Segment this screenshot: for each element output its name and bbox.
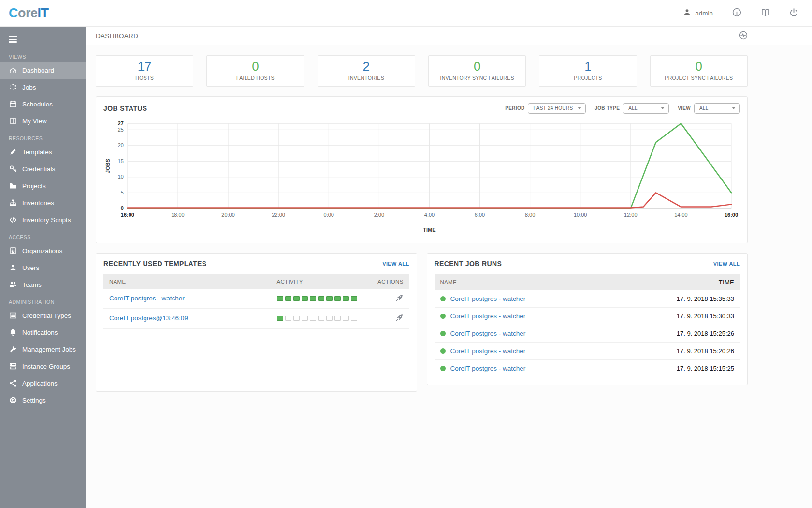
sidebar-item-users[interactable]: Users [0, 259, 86, 276]
sidebar-item-inventory-scripts[interactable]: Inventory Scripts [0, 211, 86, 228]
sidebar-item-applications[interactable]: Applications [0, 375, 86, 392]
docs-button[interactable] [761, 8, 770, 18]
svg-text:12:00: 12:00 [624, 212, 637, 218]
sidebar-item-schedules[interactable]: Schedules [0, 96, 86, 113]
breadcrumb[interactable]: DASHBOARD [96, 32, 138, 40]
stat-card-inventory-sync-failures[interactable]: 0INVENTORY SYNC FAILURES [428, 55, 526, 87]
svg-text:0:00: 0:00 [324, 212, 334, 218]
svg-text:20: 20 [118, 142, 124, 148]
sidebar-item-teams[interactable]: Teams [0, 276, 86, 293]
rocket-icon [395, 314, 404, 323]
job-run-name-link[interactable]: CoreIT postgres - watcher [450, 295, 526, 302]
logo-text: IT [38, 6, 49, 20]
stat-label: HOSTS [98, 75, 191, 81]
svg-text:10: 10 [118, 174, 124, 179]
job-run-name-link[interactable]: CoreIT postgres - watcher [450, 365, 526, 372]
sidebar-item-instance-groups[interactable]: Instance Groups [0, 358, 86, 375]
templates-view-all-link[interactable]: VIEW ALL [382, 261, 409, 267]
sparkline-cell[interactable] [318, 296, 324, 301]
sidebar-item-dashboard[interactable]: Dashboard [0, 62, 86, 79]
activity-stream-button[interactable] [739, 31, 748, 41]
sparkline-cell[interactable] [351, 296, 357, 301]
sidebar-item-label: Credentials [22, 165, 55, 173]
launch-template-button[interactable] [395, 294, 404, 303]
logo-text: ore [18, 6, 38, 20]
view-select[interactable]: ALL [694, 103, 740, 114]
nav-section-label: VIEWS [0, 48, 86, 62]
stat-label: FAILED HOSTS [209, 75, 302, 81]
templates-icon [9, 148, 17, 156]
sidebar-item-label: Management Jobs [22, 346, 76, 353]
job-run-name-link[interactable]: CoreIT postgres - watcher [450, 330, 526, 337]
job-type-label: JOB TYPE [594, 105, 620, 111]
stat-card-inventories[interactable]: 2INVENTORIES [318, 55, 415, 87]
sidebar-item-notifications[interactable]: Notifications [0, 324, 86, 341]
sidebar-item-templates[interactable]: Templates [0, 144, 86, 161]
period-filter: PERIOD PAST 24 HOURS [505, 103, 586, 114]
teams-icon [9, 281, 17, 288]
period-label: PERIOD [505, 105, 524, 111]
user-menu[interactable]: admin [683, 8, 713, 18]
job-run-name-link[interactable]: CoreIT postgres - watcher [450, 313, 526, 320]
content: 17HOSTS0FAILED HOSTS2INVENTORIES0INVENTO… [86, 55, 757, 392]
view-label: VIEW [678, 105, 691, 111]
sidebar-item-jobs[interactable]: Jobs [0, 79, 86, 96]
svg-text:2:00: 2:00 [374, 212, 384, 218]
breadcrumb-bar: DASHBOARD [86, 27, 812, 45]
job-run-name-link[interactable]: CoreIT postgres - watcher [450, 347, 526, 355]
sparkline-cell[interactable] [343, 296, 349, 301]
job-run-time: 17. 9. 2018 15:35:33 [638, 295, 734, 302]
sidebar-item-inventories[interactable]: Inventories [0, 194, 86, 211]
stat-card-hosts[interactable]: 17HOSTS [96, 55, 193, 87]
sparkline-cell[interactable] [302, 296, 308, 301]
job-run-row: CoreIT postgres - watcher17. 9. 2018 15:… [435, 360, 740, 377]
sparkline-cell[interactable] [277, 296, 283, 301]
projects-icon [9, 182, 17, 190]
sidebar-item-label: Users [22, 264, 39, 271]
status-success-dot [440, 331, 446, 336]
job-runs-view-all-link[interactable]: VIEW ALL [713, 261, 740, 267]
recent-job-runs-panel: RECENT JOB RUNS VIEW ALL NAME TIME CoreI… [427, 253, 748, 385]
stat-card-failed-hosts[interactable]: 0FAILED HOSTS [206, 55, 304, 87]
sparkline-cell[interactable] [334, 296, 341, 301]
status-success-dot [440, 314, 446, 319]
chevron-down-icon [732, 107, 736, 109]
stats-row: 17HOSTS0FAILED HOSTS2INVENTORIES0INVENTO… [96, 55, 748, 87]
sparkline-cell [285, 316, 291, 321]
logout-button[interactable] [789, 8, 798, 18]
sparkline-cell[interactable] [326, 296, 333, 301]
sidebar-item-management-jobs[interactable]: Management Jobs [0, 341, 86, 358]
sidebar-item-credentials[interactable]: Credentials [0, 161, 86, 178]
sidebar-item-organizations[interactable]: Organizations [0, 242, 86, 259]
stat-card-projects[interactable]: 1PROJECTS [539, 55, 637, 87]
sidebar-item-settings[interactable]: Settings [0, 392, 86, 409]
sparkline-cell[interactable] [277, 316, 283, 321]
template-name-link[interactable]: CoreIT postgres - watcher [109, 295, 185, 302]
info-button[interactable] [732, 8, 741, 18]
templates-table-header: NAME ACTIVITY ACTIONS [103, 274, 409, 289]
stat-value: 17 [98, 60, 191, 74]
sparkline-cell [318, 316, 324, 321]
app-logo[interactable]: CoreIT [9, 6, 49, 21]
period-select[interactable]: PAST 24 HOURS [528, 103, 586, 114]
svg-text:TIME: TIME [423, 227, 435, 233]
sidebar-item-credential-types[interactable]: Credential Types [0, 307, 86, 324]
template-name-link[interactable]: CoreIT postgres@13:46:09 [109, 314, 188, 322]
sidebar-item-projects[interactable]: Projects [0, 178, 86, 194]
launch-template-button[interactable] [395, 314, 404, 323]
svg-text:14:00: 14:00 [674, 212, 687, 218]
job-type-select[interactable]: ALL [623, 103, 669, 114]
user-label: admin [695, 10, 713, 17]
menu-toggle[interactable] [0, 27, 26, 48]
svg-text:18:00: 18:00 [171, 212, 184, 218]
column-actions: ACTIONS [374, 279, 404, 284]
sidebar-item-my-view[interactable]: My View [0, 113, 86, 130]
stat-label: INVENTORY SYNC FAILURES [431, 75, 523, 81]
sparkline-cell[interactable] [285, 296, 291, 301]
svg-text:5: 5 [121, 190, 124, 195]
job-status-title: JOB STATUS [103, 105, 147, 112]
sparkline-cell[interactable] [310, 296, 316, 301]
stat-card-project-sync-failures[interactable]: 0PROJECT SYNC FAILURES [650, 55, 748, 87]
sparkline-cell[interactable] [293, 296, 300, 301]
my-view-icon [9, 117, 17, 125]
